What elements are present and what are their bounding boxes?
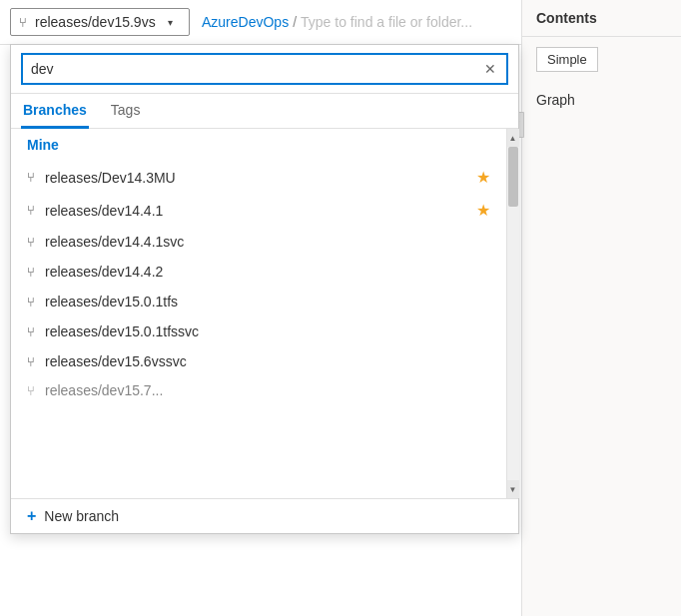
branch-list-container: Mine ⑂ releases/Dev14.3MU ★ ⑂ releases/d… <box>11 129 518 498</box>
graph-label[interactable]: Graph <box>522 82 681 118</box>
branch-icon: ⑂ <box>27 295 35 309</box>
search-box: ✕ <box>21 53 508 85</box>
scroll-thumb[interactable] <box>508 147 518 207</box>
star-icon[interactable]: ★ <box>476 168 490 187</box>
scroll-track <box>507 147 519 480</box>
branch-icon: ⑂ <box>27 324 35 339</box>
scrollbar: ▲ ▼ <box>506 129 518 498</box>
simple-view-button[interactable]: Simple <box>536 47 598 72</box>
clear-icon[interactable]: ✕ <box>482 59 498 79</box>
list-item[interactable]: ⑂ releases/Dev14.3MU ★ <box>11 161 506 194</box>
breadcrumb-separator: / <box>293 14 297 30</box>
branch-icon: ⑂ <box>27 265 35 280</box>
branch-dropdown-panel: ✕ Branches Tags Mine ⑂ releases/Dev14.3M… <box>10 44 519 534</box>
branch-icon: ⑂ <box>27 170 35 185</box>
branch-icon: ⑂ <box>19 15 27 30</box>
branch-name-label: releases/dev15.9vs <box>35 14 156 30</box>
branch-icon: ⑂ <box>27 354 35 369</box>
list-item[interactable]: ⑂ releases/dev15.0.1tfs <box>11 287 506 316</box>
mine-section-header: Mine <box>11 129 506 161</box>
list-item[interactable]: ⑂ releases/dev15.6vssvc <box>11 346 506 376</box>
plus-icon: + <box>27 507 36 525</box>
star-icon[interactable]: ★ <box>476 201 490 220</box>
branch-icon: ⑂ <box>27 203 35 218</box>
new-branch-row[interactable]: + New branch <box>11 498 518 533</box>
branch-list-inner: Mine ⑂ releases/Dev14.3MU ★ ⑂ releases/d… <box>11 129 506 498</box>
new-branch-label: New branch <box>44 508 119 524</box>
chevron-down-icon: ▾ <box>168 17 173 28</box>
tab-branches[interactable]: Branches <box>21 94 89 129</box>
tab-tags[interactable]: Tags <box>109 94 143 129</box>
list-item[interactable]: ⑂ releases/dev15.0.1tfssvc <box>11 316 506 346</box>
branch-icon: ⑂ <box>27 383 35 398</box>
list-item[interactable]: ⑂ releases/dev14.4.2 <box>11 257 506 287</box>
list-item[interactable]: ⑂ releases/dev15.7... <box>11 376 506 404</box>
list-item[interactable]: ⑂ releases/dev14.4.1svc <box>11 227 506 257</box>
branch-tags-tabs: Branches Tags <box>11 94 518 129</box>
list-item[interactable]: ⑂ releases/dev14.4.1 ★ <box>11 194 506 227</box>
right-panel: Contents Simple Graph <box>521 0 681 616</box>
breadcrumb-link[interactable]: AzureDevOps <box>202 14 289 30</box>
branch-search-input[interactable] <box>31 61 482 77</box>
scroll-down-arrow[interactable]: ▼ <box>507 480 519 498</box>
branch-list: ⑂ releases/Dev14.3MU ★ ⑂ releases/dev14.… <box>11 161 506 404</box>
contents-header: Contents <box>522 0 681 37</box>
view-toggle-container: Simple <box>522 37 681 82</box>
search-container: ✕ <box>11 45 518 94</box>
scroll-up-arrow[interactable]: ▲ <box>507 129 519 147</box>
branch-icon: ⑂ <box>27 235 35 250</box>
branch-selector[interactable]: ⑂ releases/dev15.9vs ▾ <box>10 8 190 36</box>
